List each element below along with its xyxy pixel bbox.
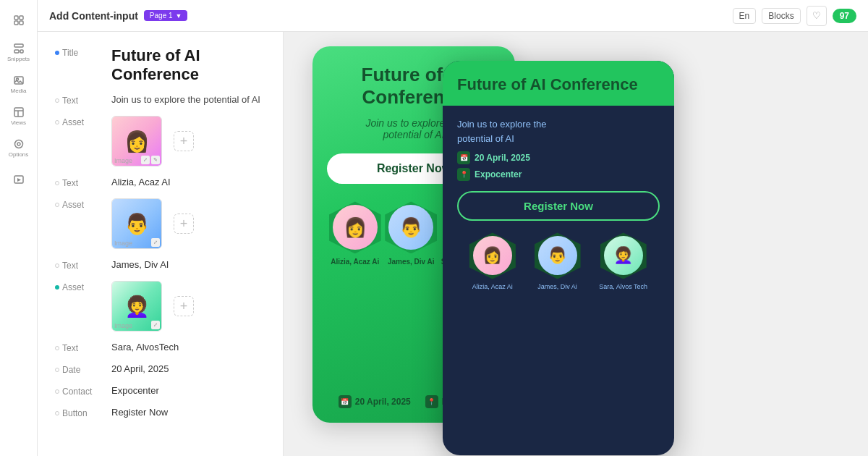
form-row-contact: Contact Expocenter [55,385,265,397]
label-asset2: Asset [55,198,106,210]
speaker-2-dark: 👨 James, Div Ai [535,232,581,290]
blocks-button[interactable]: Blocks [762,8,800,24]
value-button[interactable]: Register Now [111,407,265,418]
top-bar-right: En Blocks ♡ 97 [733,6,856,26]
label-text3: Text [55,259,106,271]
sidebar-views-label: Views [11,119,26,126]
image-label-2: Image [114,240,132,247]
speaker-name-dark-3: Sara, Alvos Tech [599,283,647,290]
image-resize-icon-2[interactable]: ⤢ [151,238,160,247]
page-badge[interactable]: Page 1 ▼ [144,10,188,21]
sidebar-item-options[interactable]: Options [4,133,33,162]
image-resize-icon[interactable]: ⤢ [141,156,150,164]
add-asset-button-3[interactable]: + [174,296,194,316]
sidebar-item-views[interactable]: Views [4,101,33,130]
image-edit-icon[interactable]: ✎ [151,156,160,164]
page-badge-label: Page 1 [150,12,173,20]
dark-meta: 📅 20 April, 2025 📍 Expocenter [457,151,660,181]
main-area: Add Content-input Page 1 ▼ En Blocks ♡ 9… [38,0,868,456]
sidebar-snippets-label: Snippets [7,56,30,62]
value-text3[interactable]: James, Div AI [111,259,265,270]
speaker-face-dark-3: 👩‍🦱 [604,236,643,275]
svg-rect-4 [14,44,23,47]
sidebar-item-media[interactable]: Media [4,69,33,98]
dark-venue-item: 📍 Expocenter [457,168,660,181]
svg-rect-3 [20,21,23,25]
card-preview-dark: Future of AI Conference Join us to explo… [443,61,674,455]
value-title[interactable]: Future of AI Conference [111,46,265,84]
score-badge: 97 [833,9,856,23]
location-icon: 📍 [425,395,438,408]
dark-location-icon: 📍 [457,168,470,181]
speaker-name-1: Alizia, Acaz Ai [331,258,379,266]
speaker-face-1: 👩 [333,205,378,250]
value-contact[interactable]: Expocenter [111,385,265,396]
speaker-1-dark: 👩 Alizia, Acaz Ai [469,232,516,290]
sidebar-options-label: Options [9,151,29,158]
svg-rect-1 [20,16,23,20]
language-button[interactable]: En [733,8,757,24]
dark-calendar-icon: 📅 [457,151,470,164]
sidebar-item-home[interactable] [4,6,33,35]
asset-image-1[interactable]: 👩 Image ⤢ ✎ [111,116,162,166]
svg-rect-0 [14,16,18,20]
svg-rect-2 [14,21,18,25]
dark-date-item: 📅 20 April, 2025 [457,151,660,164]
asset-image-2[interactable]: 👨 Image ⤢ [111,198,162,249]
calendar-icon: 📅 [339,395,352,408]
preview-area: Future of AI Conference Join us to explo… [284,32,868,456]
sidebar-item-snippets[interactable]: Snippets [4,38,33,67]
form-panel: Title Future of AI Conference Text Join … [38,32,284,456]
asset-image-3[interactable]: 👩‍🦱 Image ⤢ [111,281,162,332]
label-asset3: Asset [55,281,106,292]
form-row-text4: Text Sara, AlvosTech [55,342,265,353]
top-bar: Add Content-input Page 1 ▼ En Blocks ♡ 9… [38,0,868,32]
sidebar-item-video[interactable] [4,165,33,194]
speaker-avatar-1: 👩 [329,201,381,253]
add-asset-button-2[interactable]: + [174,214,194,234]
speaker-avatar-dark-2: 👨 [535,232,581,279]
chevron-down-icon: ▼ [176,12,182,20]
speaker-2-green: 👨 James, Div Ai [385,201,437,266]
label-contact: Contact [55,385,106,397]
value-text2[interactable]: Alizia, Acaz AI [111,177,265,187]
add-asset-button-1[interactable]: + [174,131,194,151]
form-row-asset2: Asset 👨 Image ⤢ + [55,198,265,249]
dark-venue-text: Expocenter [475,169,522,180]
svg-rect-9 [14,108,23,117]
sidebar: Snippets Media Views Options [0,0,38,456]
card-dark-body: Join us to explore thepotential of AI 📅 … [443,106,674,302]
speaker-3-dark: 👩‍🦱 Sara, Alvos Tech [599,232,647,290]
form-row-text3: Text James, Div AI [55,259,265,271]
form-row-asset3: Asset 👩‍🦱 Image ⤢ + [55,281,265,332]
speaker-name-2: James, Div Ai [388,258,435,266]
register-button-dark[interactable]: Register Now [457,191,660,221]
speaker-face-dark-1: 👩 [473,236,512,275]
value-text4[interactable]: Sara, AlvosTech [111,342,265,352]
form-row-button: Button Register Now [55,407,265,418]
image-label-1: Image [114,157,132,164]
form-row-text2: Text Alizia, Acaz AI [55,177,265,188]
speaker-face-dark-2: 👨 [538,236,577,275]
top-bar-left: Add Content-input Page 1 ▼ [49,10,187,22]
form-row-text1: Text Join us to explore the potential of… [55,94,265,106]
speaker-name-dark-1: Alizia, Acaz Ai [472,283,513,290]
label-text1: Text [55,94,106,106]
favorite-button[interactable]: ♡ [807,6,827,26]
image-label-3: Image [114,322,132,329]
value-text1[interactable]: Join us to explore the potential of AI [111,94,265,105]
svg-rect-5 [14,50,19,53]
content-panel: Title Future of AI Conference Text Join … [38,32,868,456]
label-asset1: Asset [55,116,106,127]
footer-date-text: 20 April, 2025 [355,397,411,407]
value-date[interactable]: 20 April, 2025 [111,363,265,374]
sidebar-media-label: Media [11,88,27,94]
speaker-avatar-dark-3: 👩‍🦱 [600,232,647,279]
speakers-row-dark: 👩 Alizia, Acaz Ai 👨 James, Div Ai [457,232,660,290]
image-resize-icon-3[interactable]: ⤢ [151,321,160,329]
dot-text1 [55,98,59,103]
form-row-title: Title Future of AI Conference [55,46,265,84]
card-dark-title: Future of AI Conference [457,75,660,94]
form-row-asset1: Asset 👩 Image ⤢ ✎ + [55,116,265,166]
dot-asset3 [55,285,59,290]
